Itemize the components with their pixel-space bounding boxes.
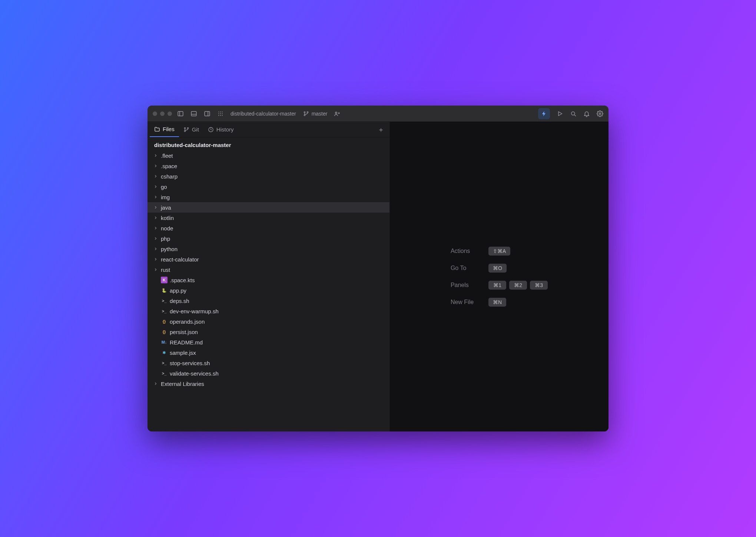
tree-item-label: operands.json — [170, 318, 205, 325]
sh-file-icon: >_ — [161, 308, 168, 314]
chevron-right-icon[interactable] — [153, 184, 159, 189]
chevron-right-icon[interactable] — [153, 174, 159, 179]
tree-item-label: persist.json — [170, 329, 198, 335]
sidebar-tab-label: Git — [192, 126, 199, 133]
grid-icon[interactable] — [217, 110, 224, 117]
tree-folder[interactable]: php — [147, 233, 389, 244]
traffic-zoom[interactable] — [168, 111, 172, 116]
chevron-right-icon[interactable] — [153, 153, 159, 158]
tree-folder[interactable]: python — [147, 244, 389, 254]
tree-folder[interactable]: csharp — [147, 171, 389, 181]
app-window: distributed-calculator-master master — [147, 106, 609, 431]
svg-point-18 — [335, 112, 337, 114]
tree-file[interactable]: >_validate-services.sh — [147, 368, 389, 378]
chevron-right-icon[interactable] — [153, 247, 159, 251]
chevron-right-icon[interactable] — [153, 205, 159, 210]
tree-item-label: External Libraries — [161, 381, 204, 387]
chevron-right-icon[interactable] — [153, 381, 159, 386]
kt-file-icon: K — [161, 277, 168, 283]
tree-file[interactable]: {}operands.json — [147, 316, 389, 327]
panel-right-icon[interactable] — [204, 110, 210, 117]
tree-folder[interactable]: .space — [147, 161, 389, 171]
chevron-right-icon[interactable] — [153, 257, 159, 261]
chevron-right-icon[interactable] — [153, 236, 159, 241]
svg-point-8 — [222, 111, 223, 112]
window-traffic-lights — [153, 111, 172, 116]
sidebar-tabs: FilesGitHistory ＋ — [147, 122, 389, 137]
vcs-branch[interactable]: master — [303, 110, 328, 117]
shortcut-label: New File — [451, 299, 474, 306]
shortcut-key: ⇧⌘A — [488, 247, 510, 256]
tree-file[interactable]: ⚛sample.jsx — [147, 347, 389, 358]
sidebar-tab-files[interactable]: Files — [150, 122, 179, 137]
svg-point-12 — [218, 115, 219, 116]
titlebar-right — [538, 108, 603, 119]
run-icon[interactable] — [557, 110, 563, 117]
tree-file[interactable]: 🐍app.py — [147, 285, 389, 296]
svg-point-17 — [307, 111, 308, 113]
tree-folder[interactable]: java — [147, 202, 389, 213]
svg-point-15 — [304, 111, 305, 113]
chevron-right-icon[interactable] — [153, 195, 159, 199]
sidebar-tab-label: Files — [163, 126, 175, 132]
shortcut-keys: ⇧⌘A — [488, 247, 548, 256]
sh-file-icon: >_ — [161, 297, 168, 304]
welcome-shortcuts: Actions⇧⌘AGo To⌘OPanels⌘1⌘2⌘3New File⌘N — [451, 247, 548, 307]
tree-folder[interactable]: react-calculator — [147, 254, 389, 264]
collaborate-icon[interactable] — [334, 110, 341, 117]
py-file-icon: 🐍 — [161, 287, 168, 294]
svg-point-7 — [220, 111, 221, 112]
tree-folder[interactable]: .fleet — [147, 150, 389, 161]
chevron-right-icon[interactable] — [153, 267, 159, 272]
svg-rect-0 — [178, 111, 183, 116]
tree-root[interactable]: distributed-calculator-master — [147, 140, 389, 150]
tree-item-label: img — [161, 194, 170, 200]
sidebar-tab-history[interactable]: History — [203, 122, 238, 137]
svg-point-26 — [184, 130, 185, 131]
tree-file[interactable]: >_deps.sh — [147, 296, 389, 306]
traffic-close[interactable] — [153, 111, 157, 116]
md-file-icon: M↓ — [161, 339, 168, 346]
svg-point-14 — [222, 115, 223, 116]
tree-file[interactable]: >_stop-services.sh — [147, 358, 389, 368]
chevron-right-icon[interactable] — [153, 216, 159, 220]
tree-folder[interactable]: kotlin — [147, 213, 389, 223]
svg-point-13 — [220, 115, 221, 116]
svg-point-11 — [222, 113, 223, 114]
svg-point-22 — [571, 111, 575, 115]
search-icon[interactable] — [570, 110, 577, 117]
svg-point-10 — [220, 113, 221, 114]
chevron-right-icon[interactable] — [153, 164, 159, 168]
svg-point-9 — [218, 113, 219, 114]
chevron-right-icon[interactable] — [153, 226, 159, 230]
tree-file[interactable]: M↓README.md — [147, 337, 389, 347]
add-tab-button[interactable]: ＋ — [375, 124, 387, 136]
smart-mode-button[interactable] — [538, 108, 550, 119]
traffic-minimize[interactable] — [160, 111, 165, 116]
tree-file[interactable]: >_dev-env-warmup.sh — [147, 306, 389, 316]
tree-folder[interactable]: rust — [147, 264, 389, 275]
panel-left-icon[interactable] — [177, 110, 184, 117]
svg-rect-4 — [205, 111, 210, 116]
tree-item-label: kotlin — [161, 215, 174, 221]
tree-file[interactable]: {}persist.json — [147, 327, 389, 337]
settings-icon[interactable] — [597, 110, 603, 117]
notifications-icon[interactable] — [583, 110, 590, 117]
titlebar-panel-buttons — [177, 110, 224, 117]
tree-folder[interactable]: External Libraries — [147, 378, 389, 389]
tree-item-label: .fleet — [161, 153, 173, 159]
svg-point-6 — [218, 111, 219, 112]
tree-folder[interactable]: go — [147, 181, 389, 192]
tree-file[interactable]: K.space.kts — [147, 275, 389, 285]
sidebar-tab-git[interactable]: Git — [179, 122, 203, 137]
shortcut-key: ⌘1 — [488, 281, 506, 290]
shortcut-key: ⌘O — [488, 264, 507, 273]
branch-icon — [303, 110, 309, 117]
panel-bottom-icon[interactable] — [190, 110, 197, 117]
tree-folder[interactable]: node — [147, 223, 389, 233]
tree-folder[interactable]: img — [147, 192, 389, 202]
shortcut-keys: ⌘N — [488, 298, 548, 307]
shortcut-label: Panels — [451, 282, 474, 288]
branch-name: master — [312, 111, 328, 117]
project-title[interactable]: distributed-calculator-master — [231, 111, 296, 117]
